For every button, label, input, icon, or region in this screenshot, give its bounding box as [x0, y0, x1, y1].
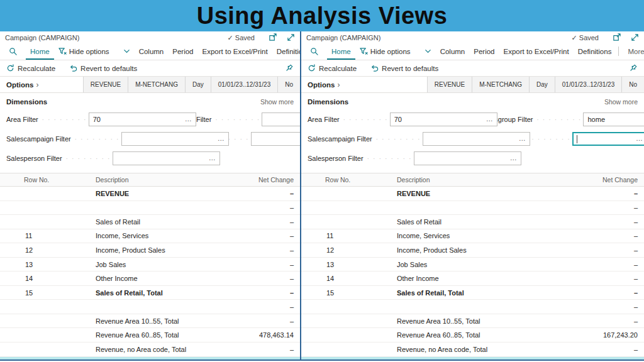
hide-options-button[interactable]: Hide options — [355, 47, 415, 55]
search-icon[interactable] — [306, 47, 322, 55]
table-row[interactable]: 15 Sales of Retail, Total – — [0, 286, 300, 300]
area-filter-input[interactable] — [89, 116, 184, 123]
expand-icon[interactable] — [631, 33, 639, 43]
tab-home[interactable]: Home — [26, 43, 54, 60]
cell-description: REVENUE — [96, 190, 206, 197]
table-row[interactable]: 14 Other Income – — [0, 272, 300, 286]
chip-date-filter[interactable]: 01/01/23..12/31/23 — [555, 77, 621, 92]
menu-column[interactable]: Column — [436, 48, 470, 55]
col-header-net-change[interactable]: Net Change — [550, 176, 644, 184]
chip-analysis-view[interactable]: REVENUE — [83, 77, 128, 92]
assist-edit-icon[interactable]: … — [635, 134, 644, 144]
menu-column[interactable]: Column — [135, 48, 169, 55]
cell-row-no: 15 — [325, 289, 383, 297]
table-row[interactable]: 14 Other Income – — [301, 272, 644, 286]
revert-defaults-button[interactable]: Revert to defaults — [370, 64, 438, 72]
table-row[interactable]: 12 Income, Product Sales – — [301, 243, 644, 258]
table-row[interactable]: Sales of Retail – — [0, 215, 300, 229]
table-row[interactable]: Sales of Retail – — [301, 215, 644, 229]
assist-edit-icon[interactable]: … — [485, 115, 497, 124]
chip-period[interactable]: Day — [185, 77, 211, 92]
chip-date-filter[interactable]: 01/01/23..12/31/23 — [211, 77, 277, 92]
popout-icon[interactable] — [269, 33, 277, 43]
menu-definitions[interactable]: Definitions — [574, 48, 616, 55]
chevron-down-icon[interactable] — [119, 47, 135, 55]
table-row[interactable]: 15 Sales of Retail, Total – — [301, 286, 644, 300]
table-row[interactable]: 13 Job Sales – — [0, 258, 300, 272]
tab-home[interactable]: Home — [327, 43, 355, 60]
menu-export[interactable]: Export to Excel/Print — [198, 48, 272, 55]
recalculate-button[interactable]: Recalculate — [6, 64, 55, 72]
show-more-link[interactable]: Show more — [604, 98, 638, 106]
assist-edit-icon[interactable]: … — [216, 134, 228, 144]
table-row[interactable]: 12 Income, Product Sales – — [0, 243, 300, 258]
chip-period[interactable]: Day — [529, 77, 555, 92]
table-row[interactable]: Revenue Area 10..55, Total – — [301, 314, 644, 329]
chip-column-set[interactable]: M-NETCHANG — [472, 77, 529, 92]
pin-icon[interactable] — [286, 64, 294, 72]
window-caption-row: Campaign (CAMPAIGN) ✓ Saved — [301, 31, 644, 43]
menu-period[interactable]: Period — [168, 48, 197, 55]
pin-icon[interactable] — [630, 64, 638, 72]
cell-net-change: – — [206, 275, 300, 282]
menu-export[interactable]: Export to Excel/Print — [499, 48, 574, 55]
assist-edit-icon[interactable]: … — [184, 115, 196, 124]
options-toggle[interactable]: Options › — [0, 77, 38, 92]
col-header-row-no[interactable]: Row No. — [24, 176, 82, 184]
salescampaign-filter-input[interactable] — [423, 135, 518, 143]
col-header-description[interactable]: Description — [397, 176, 550, 184]
table-row[interactable]: REVENUE – — [301, 187, 644, 201]
chip-column-set[interactable]: M-NETCHANG — [128, 77, 185, 92]
table-row[interactable]: REVENUE – — [0, 187, 300, 201]
salesperson-filter-input[interactable] — [414, 155, 509, 162]
table-row[interactable]: – — [301, 201, 644, 216]
chip-show-opposite[interactable]: No — [277, 77, 300, 92]
col-header-net-change[interactable]: Net Change — [206, 176, 300, 184]
table-row[interactable]: – — [0, 201, 300, 216]
table-row[interactable]: Revenue Area 60..85, Total 478,463.14 — [0, 328, 300, 343]
table-row[interactable]: 11 Income, Services – — [301, 229, 644, 244]
table-row[interactable]: Revenue Area 10..55, Total – — [0, 314, 300, 329]
businessgroup-filter-input[interactable] — [584, 116, 644, 123]
table-row[interactable]: Revenue, no Area code, Total – — [301, 343, 644, 357]
table-row[interactable]: → ⋮ Revenue, Total 167,243.20 — [301, 357, 644, 359]
table-row[interactable]: Revenue Area 60..85, Total 167,243.20 — [301, 328, 644, 343]
assist-edit-icon[interactable]: … — [518, 134, 530, 144]
businessgroup-filter-input[interactable] — [262, 116, 300, 123]
table-row[interactable]: Revenue, no Area code, Total – — [0, 343, 300, 357]
area-filter-input[interactable] — [391, 116, 485, 123]
chip-analysis-view[interactable]: REVENUE — [427, 77, 472, 92]
revert-defaults-button[interactable]: Revert to defaults — [69, 64, 137, 72]
popout-icon[interactable] — [613, 33, 621, 43]
expand-icon[interactable] — [287, 33, 295, 43]
salesperson-filter-label: Salesperson Filter — [308, 155, 364, 162]
salescampaign-filter-input[interactable] — [122, 135, 216, 143]
cell-row-no: 14 — [325, 275, 383, 282]
table-row[interactable]: → ⋮ Revenue, Total 478,463.14 — [0, 357, 300, 359]
menu-period[interactable]: Period — [469, 48, 499, 55]
search-icon[interactable] — [5, 47, 21, 55]
window-caption: Campaign (CAMPAIGN) — [306, 34, 380, 41]
options-toggle[interactable]: Options › — [301, 77, 340, 92]
action-bar: Home Hide options Column Period Export t… — [0, 43, 300, 60]
glbudget-filter-input[interactable] — [252, 135, 300, 143]
assist-edit-icon[interactable]: … — [208, 154, 219, 163]
col-header-description[interactable]: Description — [96, 176, 206, 184]
salesperson-filter-input[interactable] — [113, 155, 208, 162]
field-salescampaign-filter: Salescampaign Filter … — [308, 129, 457, 148]
recalculate-button[interactable]: Recalculate — [308, 64, 357, 72]
assist-edit-icon[interactable]: … — [509, 154, 521, 163]
table-row[interactable]: 13 Job Sales – — [301, 258, 644, 272]
col-header-row-no[interactable]: Row No. — [325, 176, 383, 184]
table-row[interactable]: – — [0, 300, 300, 314]
table-row[interactable]: 11 Income, Services – — [0, 229, 300, 244]
cell-description: Job Sales — [96, 261, 206, 268]
show-more-link[interactable]: Show more — [260, 98, 294, 106]
more-options-button[interactable]: More options — [621, 48, 644, 55]
hide-options-button[interactable]: Hide options — [54, 47, 114, 55]
glbudget-filter-input[interactable] — [574, 135, 635, 143]
menu-definitions[interactable]: Definitions — [272, 48, 300, 55]
chip-show-opposite[interactable]: No — [621, 77, 644, 92]
chevron-down-icon[interactable] — [420, 47, 436, 55]
table-row[interactable]: – — [301, 300, 644, 314]
